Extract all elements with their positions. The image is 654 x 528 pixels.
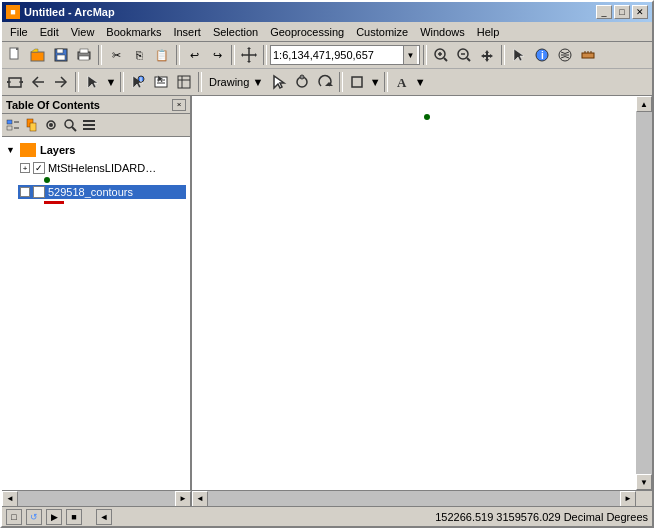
status-btn-1[interactable]: □ [6,509,22,525]
cut-button[interactable]: ✂ [105,44,127,66]
title-bar-text: ■ Untitled - ArcMap [6,5,115,19]
status-bar: □ ↺ ▶ ■ ◄ 152266.519 3159576.029 Decimal… [2,506,652,526]
btn-square[interactable] [346,71,368,93]
toolbar-sep-2 [176,45,180,65]
btn-zoom-back[interactable] [27,71,49,93]
btn-hyperlink[interactable] [554,44,576,66]
btn-cursor[interactable] [268,71,290,93]
svg-text:i: i [140,76,142,83]
toolbar-row-1: ✂ ⎘ 📋 ↩ ↪ ▼ [2,42,652,68]
status-btn-2[interactable]: ↺ [26,509,42,525]
btn-select3[interactable] [173,71,195,93]
btn-select-dropdown[interactable]: ▼ [105,71,117,93]
close-button[interactable]: ✕ [632,5,648,19]
map-scroll-track[interactable] [208,491,620,507]
toc-source-btn[interactable] [23,116,41,134]
btn-text[interactable]: A [391,71,413,93]
toolbar2-sep-1 [75,72,79,92]
maximize-button[interactable]: □ [614,5,630,19]
btn-rotate2[interactable] [314,71,336,93]
toc-options-btn[interactable] [80,116,98,134]
menu-windows[interactable]: Windows [414,24,471,40]
drawing-label[interactable]: Drawing ▼ [205,76,267,88]
scroll-down-button[interactable]: ▼ [636,474,652,490]
toc-search-btn[interactable] [61,116,79,134]
btn-zoom-in[interactable] [430,44,452,66]
svg-text:A: A [397,75,407,90]
svg-rect-2 [31,52,44,61]
svg-line-20 [467,58,470,61]
save-button[interactable] [50,44,72,66]
scroll-track-v[interactable] [636,112,652,474]
toc-scroll-track[interactable] [18,491,175,507]
btn-pan[interactable] [476,44,498,66]
btn-select2[interactable] [82,71,104,93]
svg-rect-7 [80,49,88,53]
map-scroll-left[interactable]: ◄ [192,491,208,507]
minimize-button[interactable]: _ [596,5,612,19]
menu-insert[interactable]: Insert [167,24,207,40]
toc-pin-button[interactable]: × [172,99,186,111]
paste-button[interactable]: 📋 [151,44,173,66]
btn-text-dropdown[interactable]: ▼ [414,71,426,93]
menu-file[interactable]: File [4,24,34,40]
toc-scroll-left[interactable]: ◄ [2,491,18,507]
copy-button[interactable]: ⎘ [128,44,150,66]
menu-view[interactable]: View [65,24,101,40]
layer2-expand[interactable]: - [20,187,30,197]
status-btn-4[interactable]: ■ [66,509,82,525]
print-button[interactable] [73,44,95,66]
svg-marker-52 [325,82,333,86]
btn-zoom-out[interactable] [453,44,475,66]
svg-marker-12 [247,61,251,63]
toc-scroll-right[interactable]: ► [175,491,191,507]
toc-title-bar: Table Of Contents × [2,96,190,114]
scroll-up-button[interactable]: ▲ [636,96,652,112]
svg-point-51 [300,75,304,79]
scale-input[interactable] [273,49,403,61]
toc-layer-2-row[interactable]: - ✓ 529518_contours [18,185,186,199]
menu-edit[interactable]: Edit [34,24,65,40]
crosshair-button[interactable] [238,44,260,66]
layer1-dot-symbol [44,177,50,183]
menu-bookmarks[interactable]: Bookmarks [100,24,167,40]
undo-button[interactable]: ↩ [183,44,205,66]
btn-rotate[interactable] [291,71,313,93]
svg-rect-67 [83,128,95,130]
status-btn-3[interactable]: ▶ [46,509,62,525]
toc-list-btn[interactable] [4,116,22,134]
btn-find[interactable] [150,71,172,93]
status-btn-5[interactable]: ◄ [96,509,112,525]
layer1-expand[interactable]: + [20,163,30,173]
open-button[interactable] [27,44,49,66]
menu-selection[interactable]: Selection [207,24,264,40]
main-area: Table Of Contents × [2,96,652,490]
layer1-legend-dot [44,177,186,183]
map-canvas[interactable] [192,96,636,490]
btn-zoom-full[interactable] [4,71,26,93]
menu-help[interactable]: Help [471,24,506,40]
btn-square-dropdown[interactable]: ▼ [369,71,381,93]
svg-marker-11 [247,47,251,49]
toc-layers-header[interactable]: ▼ Layers [6,141,186,159]
toc-visibility-btn[interactable] [42,116,60,134]
status-icons: □ ↺ ▶ ■ ◄ [6,509,112,525]
toc-layer-1-row[interactable]: + ✓ MtStHelensLIDARData.t [18,161,186,175]
redo-button[interactable]: ↪ [206,44,228,66]
map-scroll-right[interactable]: ► [620,491,636,507]
bottom-area: ◄ ► ◄ ► □ ↺ ▶ ■ ◄ 152266.519 315957 [2,490,652,526]
new-button[interactable] [4,44,26,66]
menu-geoprocessing[interactable]: Geoprocessing [264,24,350,40]
toolbar2-sep-2 [120,72,124,92]
btn-identify[interactable]: i [531,44,553,66]
svg-marker-38 [88,76,98,88]
btn-identify2[interactable]: i [127,71,149,93]
layer1-checkbox[interactable]: ✓ [33,162,45,174]
btn-measure[interactable] [577,44,599,66]
map-background [192,96,636,490]
scale-dropdown-btn[interactable]: ▼ [403,46,417,64]
menu-customize[interactable]: Customize [350,24,414,40]
layer2-checkbox[interactable]: ✓ [33,186,45,198]
btn-zoom-forward[interactable] [50,71,72,93]
btn-select[interactable] [508,44,530,66]
